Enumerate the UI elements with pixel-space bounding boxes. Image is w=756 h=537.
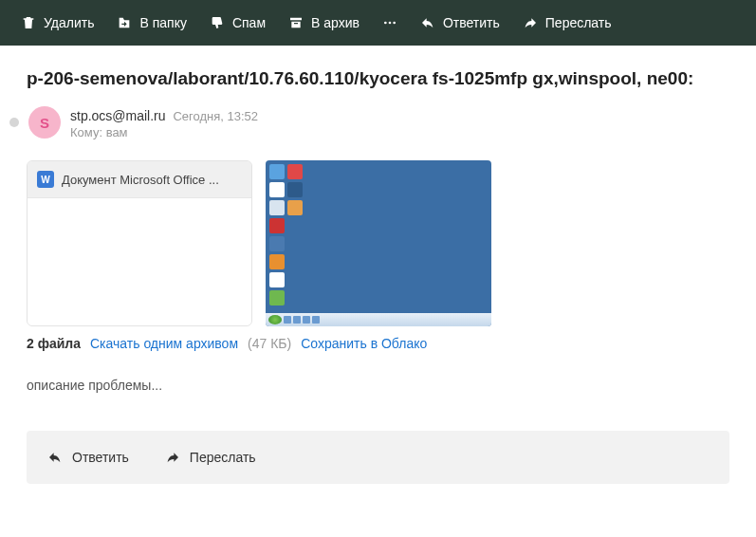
- reply-label: Ответить: [443, 15, 500, 30]
- thumb-down-icon: [210, 15, 225, 30]
- taskbar: [266, 313, 491, 326]
- attachment-name: Документ Microsoft Office ...: [62, 173, 219, 187]
- to-folder-button[interactable]: В папку: [107, 9, 195, 36]
- reply-icon: [47, 450, 63, 465]
- reply-button[interactable]: Ответить: [411, 9, 509, 36]
- to-folder-label: В папку: [139, 15, 186, 30]
- forward-icon: [165, 450, 180, 465]
- attachments-size: (47 КБ): [248, 336, 291, 351]
- forward-label: Переслать: [545, 15, 612, 30]
- start-orb-icon: [268, 315, 282, 324]
- svg-point-0: [384, 22, 387, 25]
- word-icon: W: [37, 171, 54, 188]
- email-date: Сегодня, 13:52: [173, 109, 258, 123]
- attachments-footer: 2 файла Скачать одним архивом (47 КБ) Со…: [27, 336, 729, 351]
- more-button[interactable]: [373, 9, 407, 36]
- status-dot: [9, 118, 19, 127]
- email-body: описание проблемы...: [27, 378, 729, 393]
- forward-button[interactable]: Переслать: [513, 9, 621, 36]
- trash-icon: [21, 15, 36, 30]
- more-icon: [382, 15, 397, 30]
- desktop-icons: [266, 160, 306, 309]
- forward-action-button[interactable]: Переслать: [152, 444, 269, 471]
- archive-label: В архив: [311, 15, 360, 30]
- svg-point-2: [393, 22, 396, 25]
- reply-bar: Ответить Переслать: [27, 431, 729, 484]
- attachment-preview-blank: [28, 198, 251, 326]
- forward-action-label: Переслать: [190, 450, 256, 465]
- spam-button[interactable]: Спам: [200, 9, 275, 36]
- folder-move-icon: [117, 15, 132, 30]
- email-subject: p-206-semenova/laborant/10.76.60.110/kyo…: [27, 68, 729, 89]
- attachments-count: 2 файла: [27, 336, 81, 351]
- attachment-screenshot[interactable]: [266, 160, 491, 326]
- reply-action-label: Ответить: [72, 450, 129, 465]
- svg-point-1: [389, 22, 392, 25]
- attachment-document[interactable]: W Документ Microsoft Office ...: [27, 160, 252, 326]
- forward-icon: [523, 15, 538, 30]
- email-header: S stp.ocs@mail.ru Сегодня, 13:52 Кому: в…: [9, 106, 729, 139]
- archive-icon: [288, 15, 304, 30]
- sender-email[interactable]: stp.ocs@mail.ru: [70, 108, 166, 123]
- save-cloud-link[interactable]: Сохранить в Облако: [301, 336, 427, 351]
- sender-info: stp.ocs@mail.ru Сегодня, 13:52 Кому: вам: [70, 106, 258, 139]
- recipient-value: вам: [106, 125, 128, 139]
- email-toolbar: Удалить В папку Спам В архив Ответить Пе…: [0, 0, 756, 46]
- delete-button[interactable]: Удалить: [11, 9, 103, 36]
- download-archive-link[interactable]: Скачать одним архивом: [90, 336, 238, 351]
- spam-label: Спам: [232, 15, 266, 30]
- reply-icon: [420, 15, 435, 30]
- archive-button[interactable]: В архив: [279, 9, 369, 36]
- sender-avatar[interactable]: S: [28, 106, 61, 139]
- email-content: p-206-semenova/laborant/10.76.60.110/kyo…: [0, 46, 756, 484]
- attachments-row: W Документ Microsoft Office ...: [27, 160, 729, 326]
- delete-label: Удалить: [44, 15, 94, 30]
- recipient-label: Кому:: [70, 125, 102, 139]
- reply-action-button[interactable]: Ответить: [34, 444, 142, 471]
